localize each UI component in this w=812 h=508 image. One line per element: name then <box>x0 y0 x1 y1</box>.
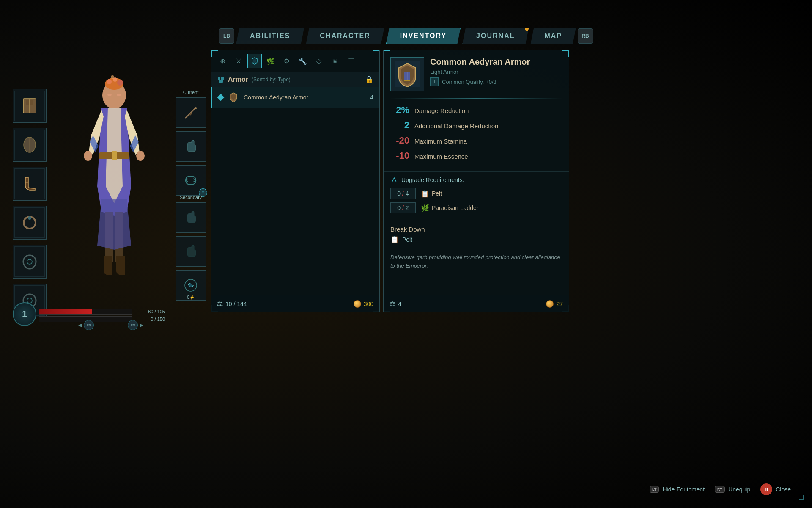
equip-slot-ring2[interactable] <box>13 245 47 279</box>
stat-value-1: 2 <box>390 120 409 131</box>
inv-tab-misc2[interactable]: 🔧 <box>296 54 310 68</box>
inv-tab-all[interactable]: ⊕ <box>215 54 230 68</box>
detail-panel: Common Aedyran Armor Light Armor I Commo… <box>383 50 569 312</box>
stat-label-3: Maximum Essence <box>414 153 468 160</box>
current-label: Current <box>183 90 199 95</box>
svg-rect-3 <box>26 100 29 105</box>
svg-point-23 <box>136 151 145 161</box>
scroll-corner <box>799 495 804 500</box>
inventory-lock-icon: 🔒 <box>365 75 373 83</box>
stat-row-stamina: -20 Maximum Stamina <box>390 135 562 146</box>
controls-bar: LT Hide Equipment RT Unequip B Close <box>650 483 791 495</box>
pelt-icon: 📋 <box>421 190 429 198</box>
inv-tab-weapons[interactable]: ⚔ <box>231 54 246 68</box>
hand-current-icon <box>182 138 199 155</box>
stat-label-1: Additional Damage Reduction <box>414 122 498 130</box>
rt-button: RT <box>715 486 725 493</box>
svg-rect-32 <box>221 77 224 80</box>
ladder-icon: 🌿 <box>421 204 429 212</box>
tab-journal[interactable]: JOURNAL ! <box>462 28 529 44</box>
equip-slot-swap[interactable]: Y <box>176 165 206 196</box>
item-description: Defensive garb providing well rounded pr… <box>384 248 569 275</box>
equip-slot-weapon-secondary[interactable] <box>176 202 206 233</box>
item-type: Light Armor <box>430 69 562 75</box>
stat-label-0: Damage Reduction <box>414 107 469 114</box>
control-close[interactable]: B Close <box>760 483 791 495</box>
inventory-header: Armor (Sorted by: Type) 🔒 <box>211 72 379 87</box>
svg-point-8 <box>24 217 36 229</box>
weapon-current-icon <box>182 104 199 121</box>
detail-gold: 27 <box>546 300 563 308</box>
equip-slots-right: Current Y Secondary <box>176 89 206 301</box>
inv-tab-consumables[interactable]: 🌿 <box>263 54 278 68</box>
tab-abilities[interactable]: ABILITIES <box>236 28 304 44</box>
spell-icon <box>182 277 199 294</box>
item-thumb-icon <box>392 59 422 89</box>
equip-slot-ring1[interactable] <box>13 206 47 240</box>
item-armor-icon <box>228 91 239 103</box>
item-selected-indicator <box>217 94 225 101</box>
svg-point-16 <box>117 80 123 86</box>
secondary-label: Secondary <box>180 195 202 200</box>
inv-tab-quest[interactable]: ☰ <box>344 54 358 68</box>
breakdown-pelt-icon: 📋 <box>390 235 399 243</box>
item-name: Common Aedyran Armor <box>244 94 370 101</box>
rb-trigger[interactable]: RB <box>578 28 593 44</box>
armor-tab-icon <box>250 57 259 65</box>
detail-footer: ⚖ 4 27 <box>384 295 569 312</box>
ring2-icon <box>19 251 40 272</box>
inventory-tabs: ⊕ ⚔ 🌿 ⚙ 🔧 ◇ ♛ ☰ <box>211 50 379 72</box>
breakdown-section: Break Down 📋 Pelt <box>384 221 569 248</box>
upgrade-material-0: 📋 Pelt <box>421 190 442 198</box>
lt-button: LT <box>650 486 659 493</box>
equip-slot-arm[interactable] <box>13 128 47 162</box>
item-title: Common Aedyran Armor <box>430 57 562 67</box>
inv-tab-armor[interactable] <box>247 54 262 68</box>
inventory-item-armor[interactable]: Common Aedyran Armor 4 <box>211 87 379 108</box>
equip-slot-weapon-current[interactable] <box>176 97 206 128</box>
upgrade-row-0: 0 / 4 📋 Pelt <box>390 188 562 199</box>
inv-tab-misc1[interactable]: ⚙ <box>280 54 294 68</box>
equip-slot-chest[interactable] <box>13 89 47 123</box>
inventory-sort: (Sorted by: Type) <box>252 77 291 83</box>
stat-row-essence: -10 Maximum Essence <box>390 150 562 161</box>
hp-bar-track <box>39 309 132 315</box>
ls-indicator: ◀ RS <box>78 320 94 330</box>
inv-tab-crafting[interactable]: ♛ <box>328 54 342 68</box>
stat-value-2: -20 <box>390 135 409 146</box>
player-level: 1 <box>13 302 36 326</box>
detail-weight-icon: ⚖ <box>390 300 395 308</box>
quality-text: Common Quality, +0/3 <box>442 79 497 85</box>
spell-count: 0⚡ <box>187 295 195 300</box>
svg-rect-4 <box>30 100 33 105</box>
tab-map[interactable]: MAP <box>530 28 576 44</box>
tab-character[interactable]: CHARACTER <box>306 28 384 44</box>
control-unequip[interactable]: RT Unequip <box>715 486 750 493</box>
svg-rect-33 <box>219 80 223 83</box>
svg-point-18 <box>107 94 112 96</box>
tab-inventory[interactable]: INVENTORY <box>386 28 461 44</box>
swap-icon <box>182 172 199 189</box>
hand-secondary-icon <box>182 209 199 226</box>
svg-point-5 <box>24 137 36 152</box>
upgrade-row-1: 0 / 2 🌿 Paradisan Ladder <box>390 202 562 213</box>
detail-gold-icon <box>546 300 554 308</box>
svg-rect-31 <box>218 77 220 80</box>
lb-trigger[interactable]: LB <box>219 28 234 44</box>
gold-coin-icon <box>354 300 361 308</box>
inventory-footer: ⚖ 10 / 144 300 <box>211 295 379 312</box>
svg-rect-1 <box>23 99 36 113</box>
control-hide-equipment[interactable]: LT Hide Equipment <box>650 486 705 493</box>
stat-value-0: 2% <box>390 105 409 116</box>
detail-header: Common Aedyran Armor Light Armor I Commo… <box>384 50 569 98</box>
svg-point-14 <box>107 79 112 84</box>
quality-icon: I <box>430 77 439 86</box>
svg-point-19 <box>117 94 121 96</box>
inv-tab-gems[interactable]: ◇ <box>312 54 326 68</box>
equip-slot-hand-current[interactable] <box>176 131 206 162</box>
equip-slot-boots[interactable] <box>13 167 47 201</box>
svg-point-30 <box>189 284 192 287</box>
hand-secondary-icon2 <box>182 243 199 260</box>
gold-display: 300 <box>354 300 373 308</box>
equip-slot-hand-secondary[interactable] <box>176 236 206 267</box>
